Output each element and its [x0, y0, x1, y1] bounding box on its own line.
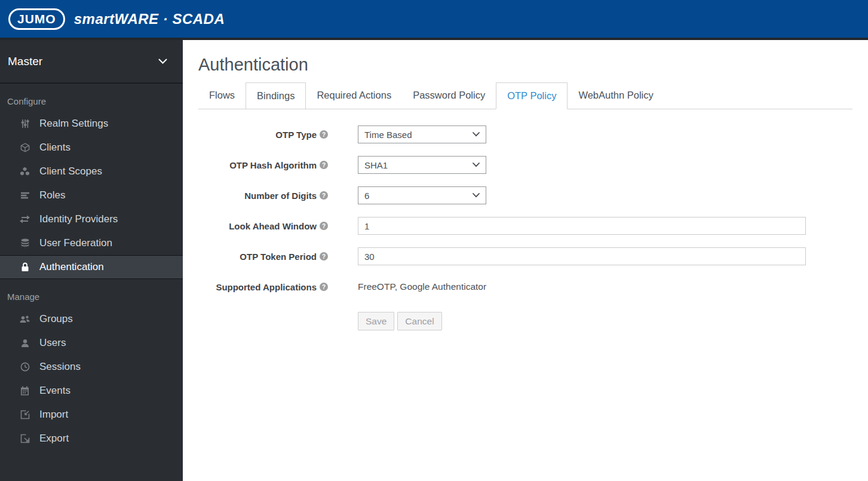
sidebar-item-label: Export [39, 433, 69, 445]
sidebar-item-label: Realm Settings [39, 118, 108, 130]
sidebar-item-label: Clients [39, 142, 70, 154]
sidebar-item-import[interactable]: Import [0, 403, 183, 427]
tab-required-actions[interactable]: Required Actions [306, 82, 402, 109]
tab-bindings[interactable]: Bindings [246, 82, 306, 109]
sidebar-item-label: Sessions [39, 361, 81, 373]
sidebar-item-identity-providers[interactable]: Identity Providers [0, 207, 183, 231]
cancel-button[interactable]: Cancel [397, 312, 441, 330]
chevron-down-icon [473, 132, 480, 137]
form-row-number-of-digits: Number of Digits ? 6 [198, 186, 868, 204]
otp-policy-form: OTP Type ? Time Based OTP Hash Algorithm… [198, 125, 868, 330]
form-buttons: Save Cancel [358, 312, 868, 330]
realm-name: Master [8, 55, 42, 68]
help-icon[interactable]: ? [320, 191, 328, 200]
sidebar-item-label: Users [39, 337, 66, 349]
otp-hash-algorithm-value: SHA1 [364, 160, 388, 170]
list-icon [20, 191, 30, 200]
otp-type-label: OTP Type ? [198, 130, 328, 140]
form-row-look-ahead-window: Look Ahead Window ? [198, 217, 868, 235]
tab-otp-policy[interactable]: OTP Policy [496, 82, 568, 109]
sidebar-item-clients[interactable]: Clients [0, 136, 183, 160]
chevron-down-icon [473, 193, 480, 198]
tab-bar: Flows Bindings Required Actions Password… [198, 82, 852, 109]
database-icon [20, 238, 30, 248]
form-row-otp-type: OTP Type ? Time Based [198, 125, 868, 143]
tab-password-policy[interactable]: Password Policy [402, 82, 496, 109]
user-icon [20, 339, 30, 348]
exchange-icon [20, 215, 30, 223]
sidebar-item-authentication[interactable]: Authentication [0, 255, 183, 279]
sidebar-item-label: User Federation [39, 237, 112, 249]
supported-applications-label: Supported Applications ? [198, 282, 328, 292]
import-icon [20, 410, 30, 419]
save-button[interactable]: Save [358, 312, 394, 330]
look-ahead-window-label: Look Ahead Window ? [198, 221, 328, 231]
page-title: Authentication [198, 55, 868, 75]
sidebar-item-label: Events [39, 385, 70, 397]
main-content: Authentication Flows Bindings Required A… [183, 40, 868, 481]
sidebar-item-export[interactable]: Export [0, 427, 183, 451]
topbar: JUMO smartWARE · SCADA [0, 0, 868, 40]
clock-icon [20, 362, 30, 372]
realm-selector[interactable]: Master [0, 40, 183, 84]
form-row-otp-hash-algorithm: OTP Hash Algorithm ? SHA1 [198, 156, 868, 174]
brand-link[interactable]: JUMO smartWARE · SCADA [8, 8, 225, 30]
otp-hash-algorithm-select[interactable]: SHA1 [358, 156, 486, 174]
section-title-manage: Manage [0, 279, 183, 307]
tab-flows[interactable]: Flows [198, 82, 246, 109]
help-icon[interactable]: ? [320, 252, 328, 261]
otp-type-select[interactable]: Time Based [358, 125, 486, 143]
otp-type-value: Time Based [364, 130, 412, 140]
otp-hash-algorithm-label: OTP Hash Algorithm ? [198, 160, 328, 170]
sidebar-item-user-federation[interactable]: User Federation [0, 231, 183, 255]
sidebar-item-roles[interactable]: Roles [0, 183, 183, 207]
form-row-otp-token-period: OTP Token Period ? [198, 247, 868, 265]
sidebar-item-label: Groups [39, 313, 73, 325]
cubes-icon [20, 167, 30, 176]
sidebar-item-label: Import [39, 409, 68, 421]
jumo-logo: JUMO [8, 8, 65, 30]
tab-webauthn-policy[interactable]: WebAuthn Policy [568, 82, 664, 109]
sidebar-item-label: Identity Providers [39, 213, 118, 225]
users-icon [20, 315, 30, 324]
lock-icon [20, 262, 30, 272]
calendar-icon [20, 386, 30, 396]
look-ahead-window-input[interactable] [358, 217, 806, 235]
sidebar-item-users[interactable]: Users [0, 331, 183, 355]
otp-token-period-input[interactable] [358, 247, 806, 265]
sidebar-item-sessions[interactable]: Sessions [0, 355, 183, 379]
cube-icon [20, 143, 30, 152]
form-row-supported-applications: Supported Applications ? FreeOTP, Google… [198, 278, 868, 296]
sliders-icon [20, 119, 30, 128]
number-of-digits-value: 6 [364, 191, 369, 201]
sidebar-section-manage: Manage Groups Users [0, 279, 183, 451]
sidebar-item-label: Authentication [39, 261, 104, 273]
section-title-configure: Configure [0, 84, 183, 112]
sidebar-item-label: Client Scopes [39, 166, 102, 177]
help-icon[interactable]: ? [320, 222, 328, 230]
number-of-digits-label: Number of Digits ? [198, 191, 328, 201]
export-icon [20, 434, 30, 443]
number-of-digits-select[interactable]: 6 [358, 186, 486, 204]
product-name: smartWARE · SCADA [74, 11, 225, 27]
sidebar: Master Configure Realm Settings [0, 40, 183, 481]
sidebar-item-client-scopes[interactable]: Client Scopes [0, 160, 183, 183]
chevron-down-icon [158, 59, 167, 65]
otp-token-period-label: OTP Token Period ? [198, 252, 328, 262]
sidebar-section-configure: Configure Realm Settings [0, 84, 183, 279]
chevron-down-icon [473, 163, 480, 167]
help-icon[interactable]: ? [320, 161, 328, 169]
sidebar-item-groups[interactable]: Groups [0, 307, 183, 331]
sidebar-item-realm-settings[interactable]: Realm Settings [0, 112, 183, 136]
sidebar-item-events[interactable]: Events [0, 379, 183, 403]
supported-applications-value: FreeOTP, Google Authenticator [358, 278, 486, 296]
sidebar-item-label: Roles [39, 189, 65, 201]
help-icon[interactable]: ? [320, 130, 328, 139]
help-icon[interactable]: ? [320, 283, 328, 291]
